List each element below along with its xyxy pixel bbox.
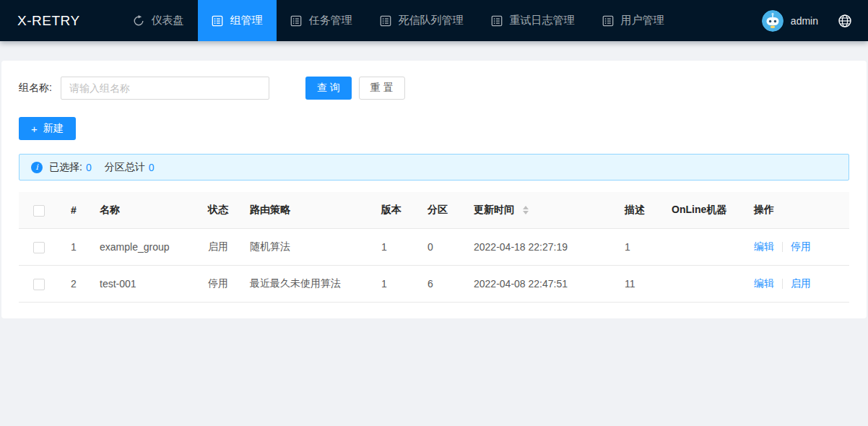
cell-version: 1 [370, 229, 416, 266]
column-header-updated-label: 更新时间 [474, 204, 514, 215]
column-header-status: 状态 [196, 192, 238, 229]
cell-route: 最近最久未使用算法 [238, 266, 370, 303]
cell-online [660, 229, 742, 266]
action-divider [782, 242, 783, 252]
info-circle-icon: i [31, 162, 43, 173]
cell-index: 1 [59, 229, 88, 266]
plus-icon: + [31, 123, 38, 134]
app-logo[interactable]: X-RETRY [17, 13, 80, 29]
column-header-description: 描述 [613, 192, 660, 229]
cell-partition: 6 [416, 266, 462, 303]
cell-index: 2 [59, 266, 88, 303]
content-card: 组名称: 查 询 重 置 + 新建 i 已选择: 0 分区总计 0 # 名称 状… [1, 61, 867, 318]
edit-link[interactable]: 编辑 [754, 277, 774, 289]
groups-table: # 名称 状态 路由策略 版本 分区 更新时间 描述 OnLine机器 操作 [19, 192, 849, 303]
column-header-name: 名称 [88, 192, 196, 229]
cell-name: example_group [88, 229, 196, 266]
profile-icon [212, 15, 223, 27]
globe-icon[interactable] [838, 14, 852, 28]
user-avatar[interactable] [762, 10, 784, 32]
nav-item-dashboard[interactable]: 仪表盘 [119, 0, 198, 41]
nav-item-label: 任务管理 [309, 14, 352, 27]
nav-item-label: 用户管理 [621, 14, 664, 27]
column-header-index: # [59, 192, 88, 229]
profile-icon [602, 15, 614, 27]
nav-item-label: 组管理 [230, 14, 263, 27]
edit-link[interactable]: 编辑 [754, 240, 774, 252]
cell-description: 11 [613, 266, 660, 303]
navbar-right: admin [762, 10, 852, 32]
search-button[interactable]: 查 询 [305, 77, 352, 100]
nav-item-task-management[interactable]: 任务管理 [277, 0, 366, 41]
nav-item-label: 死信队列管理 [399, 14, 464, 27]
cell-description: 1 [613, 229, 660, 266]
row-checkbox[interactable] [33, 242, 45, 253]
profile-icon [491, 15, 503, 27]
cell-status: 启用 [196, 229, 238, 266]
create-button[interactable]: + 新建 [19, 117, 76, 140]
selection-info-bar: i 已选择: 0 分区总计 0 [19, 154, 849, 181]
table-header-row: # 名称 状态 路由策略 版本 分区 更新时间 描述 OnLine机器 操作 [19, 192, 849, 229]
toggle-status-link[interactable]: 启用 [791, 277, 811, 289]
cell-actions: 编辑停用 [742, 229, 849, 266]
action-divider [782, 279, 783, 289]
cell-updated: 2022-04-08 22:47:51 [462, 266, 613, 303]
filter-row: 组名称: 查 询 重 置 [19, 77, 849, 100]
profile-icon [290, 15, 302, 27]
partitions-count: 0 [149, 162, 155, 173]
navbar: X-RETRY 仪表盘 [0, 0, 868, 41]
nav-item-dead-letter-queue[interactable]: 死信队列管理 [366, 0, 477, 41]
table-row: 2 test-001 停用 最近最久未使用算法 1 6 2022-04-08 2… [19, 266, 849, 303]
toggle-status-link[interactable]: 停用 [791, 240, 811, 252]
group-name-label: 组名称: [19, 82, 52, 95]
dashboard-icon [133, 15, 144, 27]
column-header-version: 版本 [370, 192, 416, 229]
cell-partition: 0 [416, 229, 462, 266]
nav-item-retry-log[interactable]: 重试日志管理 [477, 0, 589, 41]
cell-actions: 编辑启用 [742, 266, 849, 303]
caret-up-icon [523, 206, 529, 209]
column-header-online: OnLine机器 [660, 192, 742, 229]
reset-button[interactable]: 重 置 [359, 77, 405, 100]
selected-label: 已选择: [49, 161, 82, 174]
nav-item-user-management[interactable]: 用户管理 [589, 0, 678, 41]
create-button-label: 新建 [43, 122, 64, 135]
row-checkbox[interactable] [33, 279, 45, 290]
sort-icon[interactable] [523, 206, 529, 214]
column-header-updated[interactable]: 更新时间 [462, 192, 613, 229]
column-header-partition: 分区 [416, 192, 462, 229]
nav-item-label: 仪表盘 [152, 14, 184, 27]
cell-name: test-001 [88, 266, 196, 303]
main-menu: 仪表盘 组管理 [119, 0, 678, 41]
cell-updated: 2022-04-18 22:27:19 [462, 229, 613, 266]
cell-route: 随机算法 [238, 229, 370, 266]
column-header-actions: 操作 [742, 192, 849, 229]
caret-down-icon [523, 211, 529, 214]
group-name-input[interactable] [61, 77, 269, 100]
username[interactable]: admin [791, 15, 818, 27]
select-all-checkbox[interactable] [33, 205, 45, 217]
cell-online [660, 266, 742, 303]
nav-item-group-management[interactable]: 组管理 [198, 0, 277, 41]
cell-version: 1 [370, 266, 416, 303]
column-header-route: 路由策略 [238, 192, 370, 229]
partitions-label: 分区总计 [105, 161, 145, 174]
table-row: 1 example_group 启用 随机算法 1 0 2022-04-18 2… [19, 229, 849, 266]
cell-status: 停用 [196, 266, 238, 303]
selected-count: 0 [86, 162, 92, 173]
profile-icon [380, 15, 391, 27]
nav-item-label: 重试日志管理 [510, 14, 575, 27]
